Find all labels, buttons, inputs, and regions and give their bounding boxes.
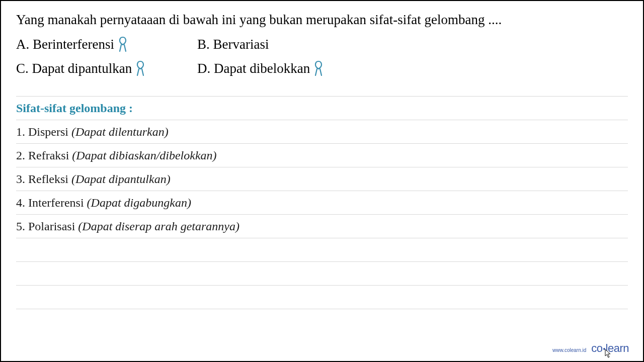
logo-part1: co bbox=[591, 342, 602, 354]
item-term: Refleksi bbox=[28, 172, 68, 186]
answer-area: Sifat-sifat gelombang : 1. Dispersi (Dap… bbox=[1, 96, 643, 309]
item-detail: (Dapat diserap arah getarannya) bbox=[78, 220, 239, 233]
answer-item: 1. Dispersi (Dapat dilenturkan) bbox=[16, 120, 628, 144]
option-d: D. Dapat dibelokkan bbox=[197, 60, 628, 77]
answer-item: 2. Refraksi (Dapat dibiaskan/dibelokkan) bbox=[16, 144, 628, 167]
item-num: 5. bbox=[16, 220, 25, 233]
answer-item: 3. Refleksi (Dapat dipantulkan) bbox=[16, 167, 628, 191]
item-num: 4. bbox=[16, 196, 25, 210]
empty-line bbox=[16, 262, 628, 286]
options-grid: A. Berinterferensi B. Bervariasi C. Dapa… bbox=[16, 36, 628, 77]
option-a: A. Berinterferensi bbox=[16, 36, 197, 53]
item-term: Polarisasi bbox=[28, 220, 75, 233]
item-num: 3. bbox=[16, 172, 25, 186]
option-d-label: D. Dapat dibelokkan bbox=[197, 61, 310, 76]
option-b-label: B. Bervariasi bbox=[197, 37, 269, 52]
item-term: Dispersi bbox=[28, 125, 68, 139]
empty-line bbox=[16, 238, 628, 262]
answer-heading: Sifat-sifat gelombang : bbox=[16, 97, 628, 120]
item-detail: (Dapat dilenturkan) bbox=[71, 125, 169, 139]
item-num: 1. bbox=[16, 125, 25, 139]
question-text: Yang manakah pernyataaan di bawah ini ya… bbox=[16, 10, 628, 30]
item-term: Interferensi bbox=[28, 196, 84, 210]
item-num: 2. bbox=[16, 149, 25, 162]
ribbon-icon bbox=[135, 60, 146, 77]
option-c: C. Dapat dipantulkan bbox=[16, 60, 197, 77]
item-detail: (Dapat digabungkan) bbox=[87, 196, 191, 210]
option-b: B. Bervariasi bbox=[197, 36, 628, 53]
ruled-notebook: Sifat-sifat gelombang : 1. Dispersi (Dap… bbox=[16, 96, 628, 309]
option-c-label: C. Dapat dipantulkan bbox=[16, 61, 132, 76]
answer-item: 4. Interferensi (Dapat digabungkan) bbox=[16, 191, 628, 215]
item-term: Refraksi bbox=[28, 149, 69, 162]
option-a-label: A. Berinterferensi bbox=[16, 37, 114, 52]
item-detail: (Dapat dibiaskan/dibelokkan) bbox=[72, 149, 216, 162]
answer-item: 5. Polarisasi (Dapat diserap arah getara… bbox=[16, 215, 628, 238]
question-area: Yang manakah pernyataaan di bawah ini ya… bbox=[1, 1, 643, 82]
ribbon-icon bbox=[117, 36, 128, 53]
ribbon-icon bbox=[313, 60, 324, 77]
item-detail: (Dapat dipantulkan) bbox=[71, 172, 171, 186]
empty-line bbox=[16, 286, 628, 309]
cursor-icon bbox=[605, 349, 612, 358]
footer-url: www.colearn.id bbox=[552, 347, 586, 353]
footer: www.colearn.id colearn bbox=[552, 342, 629, 355]
